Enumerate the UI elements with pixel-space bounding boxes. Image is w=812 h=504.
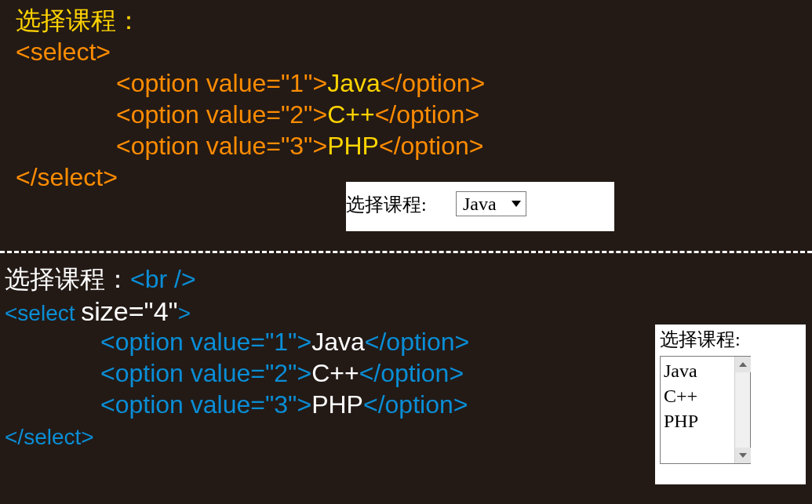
output-label: 选择课程:: [346, 193, 427, 216]
code-tag-option-open: <option value="1">: [116, 69, 327, 97]
code-tag-option-open: <option value="3">: [100, 390, 311, 419]
code-tag-option-close: </option>: [379, 132, 483, 160]
code-tag-option-open: <option value="3">: [116, 132, 327, 160]
code-text: PHP: [311, 390, 363, 419]
code-text: C++: [327, 100, 374, 129]
scroll-down-icon[interactable]: [735, 448, 751, 463]
course-select-dropdown[interactable]: Java: [456, 191, 526, 216]
code-text: PHP: [327, 132, 379, 160]
scroll-up-icon[interactable]: [735, 357, 751, 372]
code-text: Java: [327, 69, 381, 97]
output-label: 选择课程:: [660, 328, 741, 351]
code-tag-option-open: <option value="1">: [100, 328, 311, 356]
code-tag-select-open-end: >: [178, 301, 191, 325]
code-tag-select-close: </select>: [16, 163, 118, 191]
code-tag-option-close: </option>: [381, 69, 485, 97]
code-tag-option-open: <option value="2">: [116, 100, 327, 129]
code-attr-size: size="4": [81, 296, 177, 326]
code-tag-br: <br />: [130, 265, 196, 293]
code-tag-option-open: <option value="2">: [100, 359, 311, 387]
svg-marker-0: [512, 201, 521, 207]
scrollbar[interactable]: [734, 357, 750, 463]
code-tag-option-close: </option>: [359, 359, 464, 387]
rendered-output-dropdown: 选择课程: Java: [346, 182, 614, 231]
chevron-down-icon: [512, 201, 521, 207]
code-example-bottom: 选择课程：<br /> <select size="4"> <option va…: [5, 263, 469, 451]
code-text: Java: [311, 328, 365, 356]
code-tag-option-close: </option>: [363, 390, 468, 419]
code-tag-option-close: </option>: [365, 328, 469, 356]
section-divider: [0, 251, 812, 253]
code-line: 选择课程：: [16, 5, 485, 36]
code-text: C++: [311, 359, 359, 387]
svg-marker-1: [739, 362, 747, 367]
code-tag-select-open: <select: [5, 301, 81, 325]
code-text: 选择课程：: [5, 265, 130, 293]
course-select-listbox[interactable]: Java C++ PHP: [660, 356, 751, 464]
code-tag-select-open: <select>: [16, 38, 111, 66]
dropdown-selected-value: Java: [463, 192, 497, 216]
rendered-output-listbox: 选择课程: Java C++ PHP: [655, 325, 806, 484]
code-tag-select-close: </select>: [5, 425, 94, 449]
svg-marker-2: [739, 453, 747, 458]
code-tag-option-close: </option>: [375, 100, 479, 129]
code-example-top: 选择课程： <select> <option value="1">Java</o…: [16, 5, 485, 193]
